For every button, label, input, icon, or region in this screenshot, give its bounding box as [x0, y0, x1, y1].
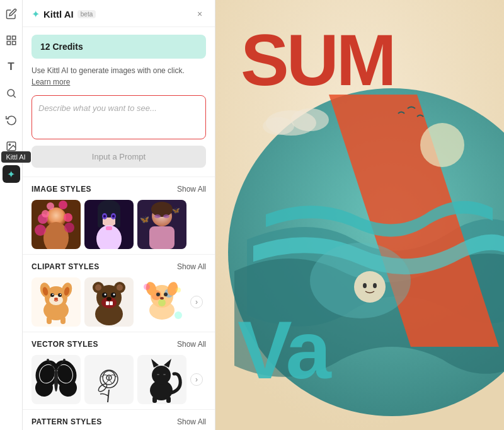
- svg-point-87: [54, 369, 58, 392]
- edit-icon[interactable]: [4, 6, 19, 21]
- svg-text:SUM: SUM: [241, 20, 394, 100]
- svg-point-16: [59, 200, 67, 209]
- pattern-styles-title: PATTERN STYLES: [32, 417, 102, 426]
- pattern-styles-section: PATTERN STYLES Show All: [23, 409, 215, 430]
- vector-styles-title: VECTOR STYLES: [32, 340, 98, 349]
- svg-rect-20: [98, 209, 103, 228]
- svg-rect-50: [60, 317, 66, 324]
- svg-point-178: [363, 283, 367, 288]
- svg-point-11: [42, 210, 49, 218]
- style-thumb-bear[interactable]: [84, 277, 134, 327]
- svg-point-12: [64, 213, 72, 222]
- svg-point-78: [175, 311, 182, 319]
- svg-point-14: [64, 223, 74, 233]
- svg-point-96: [152, 366, 171, 385]
- panel-title: Kittl AI: [43, 9, 74, 20]
- canvas-area: SUM Va: [215, 0, 504, 430]
- svg-point-76: [160, 297, 164, 299]
- svg-rect-90: [84, 355, 134, 404]
- style-thumb-rose[interactable]: [84, 355, 134, 404]
- canvas-content: SUM Va: [215, 0, 504, 430]
- style-thumb-floral[interactable]: [32, 200, 81, 249]
- svg-rect-63: [106, 301, 109, 305]
- svg-point-48: [54, 298, 58, 300]
- input-prompt-button[interactable]: Input a Prompt: [32, 146, 206, 168]
- image-styles-grid: 🦋 🦋: [32, 200, 206, 249]
- svg-point-71: [158, 299, 166, 306]
- prompt-textarea[interactable]: Describe what you want to see...: [32, 95, 206, 139]
- vector-styles-show-all[interactable]: Show All: [177, 340, 206, 349]
- icon-bar: T ✦ Kittl AI: [0, 0, 23, 430]
- svg-point-56: [95, 284, 101, 291]
- svg-point-89: [63, 359, 66, 361]
- description-text: Use Kittl AI to generate images with one…: [32, 65, 206, 88]
- svg-point-61: [113, 294, 115, 296]
- svg-point-181: [291, 108, 329, 131]
- svg-point-13: [35, 224, 46, 236]
- style-thumb-corgi[interactable]: [32, 277, 81, 327]
- svg-point-77: [144, 284, 150, 290]
- svg-point-32: [154, 214, 161, 218]
- svg-rect-27: [106, 226, 112, 230]
- svg-rect-64: [110, 301, 113, 305]
- svg-point-65: [106, 297, 112, 301]
- layers-icon[interactable]: [4, 33, 19, 48]
- search-icon[interactable]: [4, 86, 19, 101]
- pattern-styles-show-all[interactable]: Show All: [177, 417, 206, 426]
- style-thumb-anime[interactable]: [84, 200, 134, 249]
- beta-badge: beta: [77, 10, 96, 18]
- svg-point-179: [373, 283, 377, 288]
- svg-point-44: [50, 293, 54, 297]
- svg-text:🦋: 🦋: [140, 214, 149, 224]
- style-thumb-corgi2[interactable]: [137, 277, 186, 327]
- clipart-scroll-arrow[interactable]: ›: [190, 296, 203, 308]
- style-thumb-portrait[interactable]: 🦋 🦋: [137, 200, 186, 249]
- learn-more-link[interactable]: Learn more: [32, 78, 70, 86]
- svg-rect-102: [166, 397, 171, 403]
- svg-text:🦋: 🦋: [172, 206, 180, 214]
- svg-point-75: [164, 293, 168, 296]
- photo-icon[interactable]: [4, 139, 19, 154]
- clipart-styles-title: CLIPART STYLES: [32, 262, 100, 271]
- svg-point-74: [156, 293, 160, 296]
- svg-point-24: [103, 215, 106, 218]
- svg-point-182: [263, 117, 294, 135]
- kittl-ai-icon[interactable]: ✦: [3, 165, 20, 183]
- style-thumb-butterfly[interactable]: [32, 355, 81, 404]
- clipart-styles-header: CLIPART STYLES Show All: [32, 262, 206, 271]
- credits-label: 12 Credits: [40, 42, 83, 52]
- close-button[interactable]: ×: [193, 8, 206, 20]
- vector-styles-grid: ›: [32, 355, 206, 404]
- vector-styles-section: VECTOR STYLES Show All: [23, 332, 215, 409]
- svg-point-88: [47, 359, 49, 361]
- svg-point-45: [58, 293, 62, 297]
- svg-text:Va: Va: [238, 304, 333, 396]
- style-thumb-cat[interactable]: [137, 355, 186, 404]
- history-icon[interactable]: [4, 112, 19, 127]
- credits-box: 12 Credits: [32, 35, 206, 59]
- image-styles-show-all[interactable]: Show All: [177, 185, 206, 194]
- title-group: ✦ Kittl AI beta: [32, 8, 96, 20]
- svg-rect-1: [12, 36, 15, 39]
- svg-point-46: [52, 294, 54, 295]
- vector-scroll-arrow[interactable]: ›: [190, 373, 203, 386]
- svg-rect-101: [152, 397, 157, 403]
- svg-point-79: [176, 288, 181, 293]
- prompt-placeholder: Describe what you want to see...: [38, 103, 157, 113]
- svg-point-175: [420, 123, 464, 167]
- svg-point-6: [9, 144, 10, 145]
- svg-point-57: [117, 284, 123, 291]
- image-styles-section: IMAGE STYLES Show All: [23, 177, 215, 254]
- svg-rect-49: [47, 317, 52, 324]
- svg-point-31: [151, 202, 173, 217]
- text-icon[interactable]: T: [4, 59, 19, 74]
- vector-styles-header: VECTOR STYLES Show All: [32, 340, 206, 349]
- svg-point-99: [157, 374, 159, 375]
- clipart-styles-show-all[interactable]: Show All: [177, 262, 206, 271]
- svg-point-15: [47, 202, 54, 210]
- panel-header: ✦ Kittl AI beta ×: [23, 0, 215, 27]
- svg-point-25: [112, 215, 115, 218]
- kittl-star-icon: ✦: [32, 8, 40, 20]
- clipart-styles-grid: ›: [32, 277, 206, 327]
- svg-point-60: [105, 294, 106, 296]
